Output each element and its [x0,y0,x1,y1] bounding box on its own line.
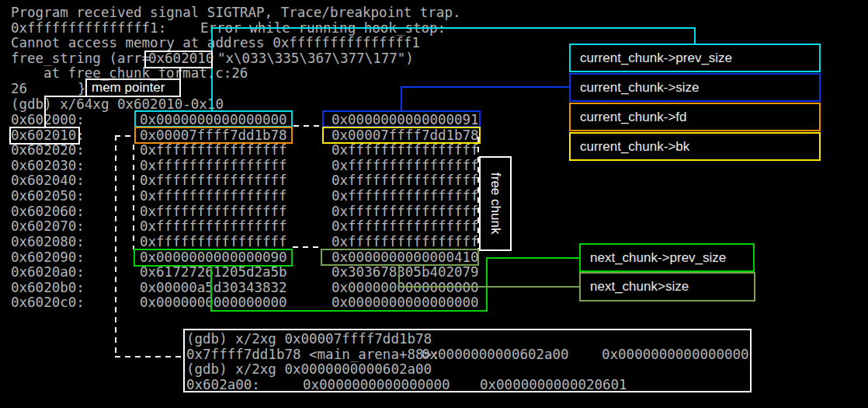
memory-address: 0x602040: [11,173,85,188]
gdb-examine-command: (gdb) x/2xg 0x00007ffff7dd1b78 [186,331,432,347]
next-size-connector-line [398,286,579,288]
memory-value: 0x0000000000000000 [602,347,749,362]
memory-address: 0x6020b0: [11,280,85,295]
prev-size-connector-line [211,27,213,111]
prev-size-connector-line [694,27,696,44]
chunk-header-dashed-gap [293,125,322,127]
memory-address: 0x602030: [11,158,85,173]
inspect-line: 0x7ffff7dd1b78 <main_arena+88>: 0x000000… [0,347,868,362]
fd-to-inspect-dashed-line [115,135,134,137]
memory-value: 0xffffffffffffffff [332,204,479,219]
next-prev-size-connector-line [210,266,212,312]
memory-address: 0x602050: [11,188,85,204]
size-value-box [322,110,481,127]
memory-value: 0x303678305b402079 [332,264,479,280]
next-prev-size-value-box [134,249,293,267]
mem-pointer-label-box: mem pointer [85,78,181,97]
memory-address: 0x602060: [11,204,85,219]
legend-current-fd: current_chunk->fd [569,103,821,131]
inspect-line: 0x602a00: 0x0000000000000000 0x000000000… [0,377,868,392]
legend-label: current_chunk->fd [580,110,687,125]
free-chunk-label-box: free chunk [479,156,512,251]
size-connector-line [401,86,569,88]
source-line-number: 26 [11,81,27,96]
memory-value: 0xffffffffffffffff [332,188,479,204]
legend-label: current_chunk->bk [580,139,689,155]
memory-row: 0x602050: 0xffffffffffffffff 0xfffffffff… [0,188,868,204]
mem-pointer-label: mem pointer [92,80,165,96]
legend-next-prev-size: next_chunk->prev_size [579,243,755,272]
memory-value: 0x0000000000000000 [332,280,479,295]
prev-size-connector-line [211,27,696,29]
memory-value: 0x0000000000020601 [480,377,627,392]
next-prev-size-connector-line [210,310,488,312]
memory-row: 0x602070: 0xffffffffffffffff 0xfffffffff… [0,218,868,234]
memory-address: 0x602a00: [186,377,260,392]
memory-value: 0xffffffffffffffff [140,218,287,234]
size-connector-line [401,86,402,111]
inspect-line: (gdb) x/2xg 0x0000000000602a00 [0,361,868,377]
free-chunk-label: free chunk [488,173,503,234]
free-chunk-extent-dashed-left [133,145,134,249]
next-size-connector-line [398,265,400,288]
memory-value: 0xffffffffffffffff [332,173,479,188]
legend-current-prev-size: current_chunk->prev_size [569,44,821,72]
memory-value: 0xffffffffffffffff [140,204,287,219]
memory-value: 0xffffffffffffffff [332,142,479,158]
memory-row: 0x602040: 0xffffffffffffffff 0xfffffffff… [0,173,868,188]
legend-label: next_chunk->prev_size [590,250,726,266]
memory-address: 0x602020: [11,142,85,158]
memory-address: 0x602070: [11,218,85,234]
memory-address: 0x6020a0: [11,264,85,280]
memory-address: 0x602000: [11,112,85,127]
terminal-line: Program received signal SIGTRAP, Trace/b… [0,5,868,20]
prev-size-value-box [134,110,293,127]
fd-to-inspect-dashed-line [115,135,116,357]
memory-address: 0x602080: [11,234,85,249]
legend-current-bk: current_chunk->bk [569,132,821,161]
frame-function: free_string (arr= [11,51,150,66]
memory-value: 0xffffffffffffffff [140,173,287,188]
arr-string-value: "x\033\335\367\377\177") [217,51,414,66]
arr-pointer-box [144,51,213,68]
memory-value: 0x61727261205d2a5b [140,264,287,280]
next-prev-size-connector-line [486,257,488,312]
memory-value: 0xffffffffffffffff [140,158,287,173]
error-address: 0xfffffffffffffff1: [11,20,166,36]
inspect-line: (gdb) x/2xg 0x00007ffff7dd1b78 [0,331,868,347]
memory-value: 0x0000000000000000 [303,377,450,392]
legend-label: current_chunk->size [580,80,700,96]
bk-value-box [322,127,481,144]
memory-value: 0xffffffffffffffff [332,158,479,173]
mem-pointer-connector-line [44,96,87,97]
next-chunk-dashed-gap [293,246,321,248]
memory-row: 0x602060: 0xffffffffffffffff 0xfffffffff… [0,204,868,219]
memory-value: 0xffffffffffffffff [140,188,287,204]
legend-current-size: current_chunk->size [569,73,821,102]
legend-label: next_chunk>size [590,279,689,295]
legend-label: current_chunk->prev_size [580,51,732,66]
gdb-examine-command: (gdb) x/64xg 0x602010-0x10 [11,96,224,112]
memory-value: 0x0000000000000000 [332,295,479,310]
cannot-access-message: Cannot access memory at address 0xffffff… [11,35,420,51]
memory-value: 0xffffffffffffffff [140,234,287,249]
source-line-code: } [78,81,86,96]
next-prev-size-connector-line [486,257,579,259]
memory-value: 0x0000000000000000 [140,295,287,310]
mem-pointer-address-box [9,127,80,145]
legend-next-size: next_chunk>size [579,272,755,302]
mem-pointer-connector-line [44,96,46,128]
gdb-examine-command: (gdb) x/2xg 0x0000000000602a00 [186,361,432,377]
fd-value-box [134,127,293,144]
memory-value: 0xffffffffffffffff [140,142,287,158]
signal-message: Program received signal SIGTRAP, Trace/b… [11,5,460,20]
next-size-value-box [321,249,479,266]
memory-value: 0x0000000000602a00 [422,347,569,362]
memory-value: 0xffffffffffffffff [332,218,479,234]
memory-address: 0x602090: [11,249,85,265]
memory-address: 0x6020c0: [11,295,85,310]
gdb-terminal-screen: Program received signal SIGTRAP, Trace/b… [0,0,868,408]
main-arena-symbol: 0x7ffff7dd1b78 <main_arena+88>: [186,347,440,362]
memory-value: 0xffffffffffffffff [332,234,479,249]
memory-value: 0x00000a5d30343832 [140,280,287,295]
